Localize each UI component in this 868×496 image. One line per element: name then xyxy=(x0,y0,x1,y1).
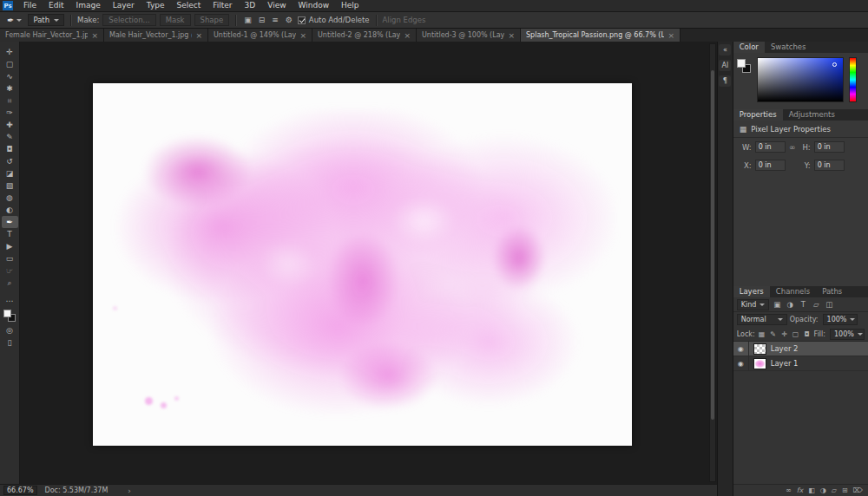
tab-untitled-3[interactable]: Untitled-3 @ 100% (Layer 1, RGB... × xyxy=(417,29,521,42)
pen-tool[interactable]: ✒ xyxy=(2,216,18,228)
lock-all-icon[interactable]: ◘ xyxy=(803,330,812,338)
layer-style-fx-icon[interactable]: fx xyxy=(797,486,804,494)
filter-type-layers-icon[interactable]: T xyxy=(798,300,808,309)
fill-select[interactable]: 100% xyxy=(830,329,865,340)
close-icon[interactable]: × xyxy=(404,31,411,40)
filter-smart-objects-icon[interactable]: ◫ xyxy=(824,300,834,309)
eraser-tool[interactable]: ◪ xyxy=(2,167,18,179)
tab-male-hair-vector[interactable]: Male Hair_Vector_1.jpg @ 66.7% ... × xyxy=(104,29,208,42)
tab-adjustments[interactable]: Adjustments xyxy=(783,109,841,121)
geometry-options-gear-icon[interactable]: ⚙ xyxy=(284,16,294,24)
quick-selection-tool[interactable]: ✱ xyxy=(2,82,18,95)
clone-stamp-tool[interactable]: ◘ xyxy=(2,143,18,155)
menu-image[interactable]: Image xyxy=(70,0,107,11)
healing-brush-tool[interactable]: ✚ xyxy=(2,119,18,131)
link-dimensions-icon[interactable]: ∞ xyxy=(786,143,799,152)
tab-untitled-1[interactable]: Untitled-1 @ 149% (Layer 1, RGB... × xyxy=(208,29,312,42)
menu-select[interactable]: Select xyxy=(170,0,207,11)
tab-layers[interactable]: Layers xyxy=(733,286,770,297)
quick-mask-button[interactable]: ◎ xyxy=(2,324,18,336)
history-brush-tool[interactable]: ↺ xyxy=(2,155,18,167)
path-alignment-icon[interactable]: ⊟ xyxy=(257,16,267,24)
crop-tool[interactable]: ⌗ xyxy=(2,95,18,107)
height-field[interactable]: 0 in xyxy=(814,141,845,153)
layer-row-layer-1[interactable]: ◉ Layer 1 xyxy=(733,356,868,371)
layer-thumbnail[interactable] xyxy=(753,343,766,355)
close-icon[interactable]: × xyxy=(667,31,674,40)
hue-slider[interactable] xyxy=(849,57,857,102)
opacity-select[interactable]: 100% xyxy=(823,314,858,325)
hand-tool[interactable]: ☞ xyxy=(2,264,18,277)
eyedropper-tool[interactable]: ✑ xyxy=(2,107,18,119)
menu-filter[interactable]: Filter xyxy=(207,0,238,11)
y-field[interactable]: 0 in xyxy=(814,160,845,171)
add-layer-mask-icon[interactable]: ◧ xyxy=(808,486,815,494)
color-panel-fg-bg-swatches[interactable] xyxy=(737,59,751,73)
menu-window[interactable]: Window xyxy=(293,0,336,11)
foreground-background-swatches[interactable] xyxy=(3,310,16,322)
tab-untitled-2[interactable]: Untitled-2 @ 218% (Layer 1, RGB... × xyxy=(312,29,417,42)
photoshop-logo-icon[interactable]: Ps xyxy=(3,1,13,10)
filter-adjustment-layers-icon[interactable]: ◑ xyxy=(785,300,795,309)
zoom-tool[interactable]: ⌕ xyxy=(2,277,18,289)
visibility-eye-icon[interactable]: ◉ xyxy=(733,342,749,356)
layer-name[interactable]: Layer 2 xyxy=(771,344,799,353)
status-options-chevron-icon[interactable]: › xyxy=(128,486,131,495)
path-selection-tool[interactable]: ▶ xyxy=(2,240,18,252)
edit-toolbar-button[interactable]: ⋯ xyxy=(2,295,18,307)
lasso-tool[interactable]: ∿ xyxy=(2,70,18,82)
canvas-pasteboard[interactable] xyxy=(21,42,717,484)
lock-position-icon[interactable]: ✛ xyxy=(780,330,789,338)
make-selection-button[interactable]: Selection... xyxy=(102,14,155,26)
brush-tool[interactable]: ✎ xyxy=(2,131,18,143)
make-shape-button[interactable]: Shape xyxy=(194,14,230,26)
gradient-tool[interactable]: ▧ xyxy=(2,179,18,192)
pen-mode-select[interactable]: Path xyxy=(28,14,64,26)
filter-shape-layers-icon[interactable]: ▱ xyxy=(811,300,821,309)
paragraph-panel-icon[interactable]: ¶ xyxy=(719,75,731,87)
new-group-icon[interactable]: ▱ xyxy=(832,486,837,494)
type-tool[interactable]: T xyxy=(2,228,18,240)
menu-3d[interactable]: 3D xyxy=(239,0,262,11)
screen-mode-button[interactable]: ▯ xyxy=(2,336,18,349)
close-icon[interactable]: × xyxy=(299,31,306,40)
zoom-level-field[interactable]: 66.67% xyxy=(3,486,37,495)
new-layer-icon[interactable]: ⊞ xyxy=(842,486,848,494)
close-icon[interactable]: × xyxy=(508,31,515,40)
menu-view[interactable]: View xyxy=(261,0,292,11)
tab-properties[interactable]: Properties xyxy=(733,109,783,121)
menu-layer[interactable]: Layer xyxy=(107,0,141,11)
layer-row-layer-2[interactable]: ◉ Layer 2 xyxy=(733,342,868,356)
lock-artboard-icon[interactable]: ▢ xyxy=(792,330,800,338)
x-field[interactable]: 0 in xyxy=(755,160,786,171)
move-tool[interactable]: ✛ xyxy=(2,46,18,58)
auto-add-delete-checkbox[interactable] xyxy=(298,16,306,24)
dodge-tool[interactable]: ◐ xyxy=(2,204,18,216)
saturation-brightness-field[interactable] xyxy=(757,57,844,102)
make-mask-button[interactable]: Mask xyxy=(160,14,191,26)
menu-edit[interactable]: Edit xyxy=(43,0,69,11)
vertical-scrollbar-thumb[interactable] xyxy=(711,70,714,420)
tab-color[interactable]: Color xyxy=(733,42,765,53)
tab-splash-tropical-passion[interactable]: Splash_Tropical Passion.png @ 66.7% (Lay… xyxy=(521,29,681,42)
lock-image-pixels-icon[interactable]: ✎ xyxy=(769,330,778,338)
path-operations-icon[interactable]: ▣ xyxy=(242,16,253,24)
tab-female-hair-vector[interactable]: Female Hair_Vector_1.jpg @ 80.7... × xyxy=(0,29,104,42)
vertical-scrollbar[interactable] xyxy=(709,43,716,482)
layer-name[interactable]: Layer 1 xyxy=(771,359,799,368)
expand-panels-icon[interactable]: « xyxy=(719,44,731,55)
close-icon[interactable]: × xyxy=(195,31,202,40)
rectangle-tool[interactable]: ▭ xyxy=(2,252,18,264)
blur-tool[interactable]: ◍ xyxy=(2,192,18,204)
document-canvas[interactable] xyxy=(93,83,632,446)
foreground-color-swatch[interactable] xyxy=(3,310,11,317)
new-adjustment-layer-icon[interactable]: ◑ xyxy=(820,486,826,494)
tab-channels[interactable]: Channels xyxy=(770,286,816,297)
filter-kind-select[interactable]: Kind xyxy=(737,299,770,310)
marquee-tool[interactable]: ▢ xyxy=(2,58,18,70)
path-arrangement-icon[interactable]: ≡ xyxy=(270,16,280,24)
tab-swatches[interactable]: Swatches xyxy=(765,42,812,53)
tab-paths[interactable]: Paths xyxy=(816,286,848,297)
visibility-eye-icon[interactable]: ◉ xyxy=(733,356,749,370)
foreground-color-swatch[interactable] xyxy=(737,59,746,68)
